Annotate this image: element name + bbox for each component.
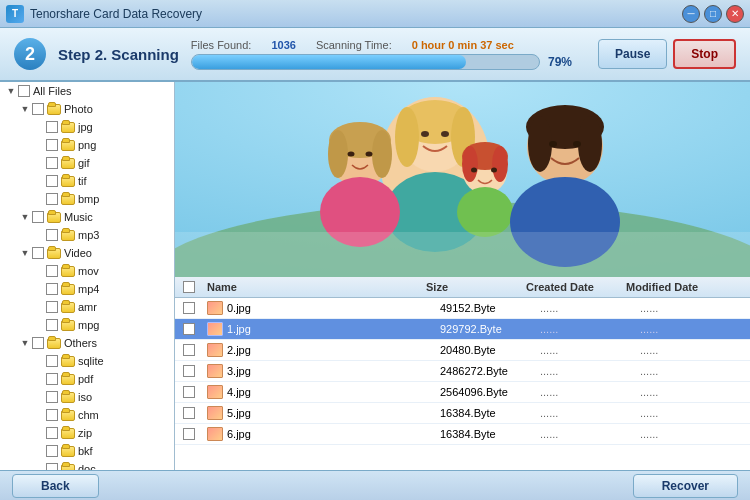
tree-item-mpg[interactable]: mpg bbox=[0, 316, 174, 334]
tree-item-mp3[interactable]: mp3 bbox=[0, 226, 174, 244]
tree-toggle-music[interactable]: ▼ bbox=[18, 210, 32, 224]
folder-icon-video bbox=[47, 248, 61, 259]
select-all-checkbox[interactable] bbox=[183, 281, 195, 293]
minimize-button[interactable]: ─ bbox=[682, 5, 700, 23]
tree-checkbox-amr[interactable] bbox=[46, 301, 58, 313]
table-row[interactable]: 2.jpg 20480.Byte ...... ...... bbox=[175, 340, 750, 361]
tree-item-bkf[interactable]: bkf bbox=[0, 442, 174, 460]
tree-item-chm[interactable]: chm bbox=[0, 406, 174, 424]
row-checkbox-0[interactable] bbox=[183, 302, 195, 314]
table-row[interactable]: 4.jpg 2564096.Byte ...... ...... bbox=[175, 382, 750, 403]
file-thumb-5 bbox=[207, 406, 223, 420]
tree-item-sqlite[interactable]: sqlite bbox=[0, 352, 174, 370]
table-row[interactable]: 5.jpg 16384.Byte ...... ...... bbox=[175, 403, 750, 424]
folder-icon-others bbox=[47, 338, 61, 349]
back-button[interactable]: Back bbox=[12, 474, 99, 498]
tree-checkbox-gif[interactable] bbox=[46, 157, 58, 169]
tree-item-others[interactable]: ▼ Others bbox=[0, 334, 174, 352]
tree-item-zip[interactable]: zip bbox=[0, 424, 174, 442]
step-header: 2 Step 2. Scanning Files Found: 1036 Sca… bbox=[0, 28, 750, 82]
tree-checkbox-chm[interactable] bbox=[46, 409, 58, 421]
svg-point-12 bbox=[462, 146, 478, 182]
step-title: Step 2. Scanning bbox=[58, 46, 179, 63]
close-button[interactable]: ✕ bbox=[726, 5, 744, 23]
tree-item-png[interactable]: png bbox=[0, 136, 174, 154]
tree-checkbox-sqlite[interactable] bbox=[46, 355, 58, 367]
tree-checkbox-mp4[interactable] bbox=[46, 283, 58, 295]
tree-item-amr[interactable]: amr bbox=[0, 298, 174, 316]
folder-icon-mov bbox=[61, 266, 75, 277]
tree-checkbox-others[interactable] bbox=[32, 337, 44, 349]
svg-point-14 bbox=[471, 168, 477, 173]
tree-item-iso[interactable]: iso bbox=[0, 388, 174, 406]
folder-icon-jpg bbox=[61, 122, 75, 133]
pause-button[interactable]: Pause bbox=[598, 39, 667, 69]
table-header: Name Size Created Date Modified Date bbox=[175, 277, 750, 298]
tree-item-mov[interactable]: mov bbox=[0, 262, 174, 280]
stop-button[interactable]: Stop bbox=[673, 39, 736, 69]
tree-item-pdf[interactable]: pdf bbox=[0, 370, 174, 388]
folder-icon-tif bbox=[61, 176, 75, 187]
svg-point-26 bbox=[328, 130, 348, 178]
tree-checkbox-mov[interactable] bbox=[46, 265, 58, 277]
tree-checkbox-tif[interactable] bbox=[46, 175, 58, 187]
tree-item-music[interactable]: ▼ Music bbox=[0, 208, 174, 226]
window-controls: ─ □ ✕ bbox=[682, 5, 744, 23]
tree-toggle-all-files[interactable]: ▼ bbox=[4, 84, 18, 98]
row-checkbox-4[interactable] bbox=[183, 386, 195, 398]
tree-item-photo[interactable]: ▼ Photo bbox=[0, 100, 174, 118]
tree-item-video[interactable]: ▼ Video bbox=[0, 244, 174, 262]
table-row[interactable]: 6.jpg 16384.Byte ...... ...... bbox=[175, 424, 750, 445]
tree-checkbox-jpg[interactable] bbox=[46, 121, 58, 133]
tree-item-tif[interactable]: tif bbox=[0, 172, 174, 190]
tree-item-jpg[interactable]: jpg bbox=[0, 118, 174, 136]
folder-icon-amr bbox=[61, 302, 75, 313]
row-checkbox-1[interactable] bbox=[183, 323, 195, 335]
table-row[interactable]: 0.jpg 49152.Byte ...... ...... bbox=[175, 298, 750, 319]
tree-item-gif[interactable]: gif bbox=[0, 154, 174, 172]
tree-item-doc[interactable]: doc bbox=[0, 460, 174, 470]
tree-checkbox-bkf[interactable] bbox=[46, 445, 58, 457]
scan-time-label: Scanning Time: bbox=[316, 39, 392, 51]
file-table-area: Name Size Created Date Modified Date 0.j… bbox=[175, 277, 750, 470]
tree-checkbox-iso[interactable] bbox=[46, 391, 58, 403]
row-checkbox-3[interactable] bbox=[183, 365, 195, 377]
folder-icon-bkf bbox=[61, 446, 75, 457]
svg-point-29 bbox=[366, 152, 373, 157]
tree-checkbox-bmp[interactable] bbox=[46, 193, 58, 205]
tree-item-all-files[interactable]: ▼ All Files bbox=[0, 82, 174, 100]
tree-toggle-others[interactable]: ▼ bbox=[18, 336, 32, 350]
tree-checkbox-doc[interactable] bbox=[46, 463, 58, 470]
tree-checkbox-pdf[interactable] bbox=[46, 373, 58, 385]
main-content: ▼ All Files ▼ Photo jpg png gif bbox=[0, 82, 750, 470]
app-title: Tenorshare Card Data Recovery bbox=[30, 7, 682, 21]
progress-bar-fill bbox=[192, 55, 466, 69]
folder-icon-iso bbox=[61, 392, 75, 403]
tree-checkbox-mpg[interactable] bbox=[46, 319, 58, 331]
footer: Back Recover bbox=[0, 470, 750, 500]
maximize-button[interactable]: □ bbox=[704, 5, 722, 23]
tree-checkbox-video[interactable] bbox=[32, 247, 44, 259]
tree-toggle-photo[interactable]: ▼ bbox=[18, 102, 32, 116]
tree-checkbox-png[interactable] bbox=[46, 139, 58, 151]
tree-toggle-video[interactable]: ▼ bbox=[18, 246, 32, 260]
tree-item-mp4[interactable]: mp4 bbox=[0, 280, 174, 298]
tree-checkbox-music[interactable] bbox=[32, 211, 44, 223]
table-row[interactable]: 1.jpg 929792.Byte ...... ...... bbox=[175, 319, 750, 340]
tree-checkbox-all-files[interactable] bbox=[18, 85, 30, 97]
tree-item-bmp[interactable]: bmp bbox=[0, 190, 174, 208]
table-row[interactable]: 3.jpg 2486272.Byte ...... ...... bbox=[175, 361, 750, 382]
tree-checkbox-photo[interactable] bbox=[32, 103, 44, 115]
recover-button[interactable]: Recover bbox=[633, 474, 738, 498]
file-thumb-4 bbox=[207, 385, 223, 399]
tree-checkbox-zip[interactable] bbox=[46, 427, 58, 439]
row-checkbox-6[interactable] bbox=[183, 428, 195, 440]
folder-icon-doc bbox=[61, 464, 75, 471]
tree-checkbox-mp3[interactable] bbox=[46, 229, 58, 241]
col-header-created: Created Date bbox=[526, 281, 626, 293]
folder-icon-zip bbox=[61, 428, 75, 439]
row-checkbox-5[interactable] bbox=[183, 407, 195, 419]
row-checkbox-2[interactable] bbox=[183, 344, 195, 356]
progress-bar bbox=[191, 54, 540, 70]
svg-point-15 bbox=[491, 168, 497, 173]
